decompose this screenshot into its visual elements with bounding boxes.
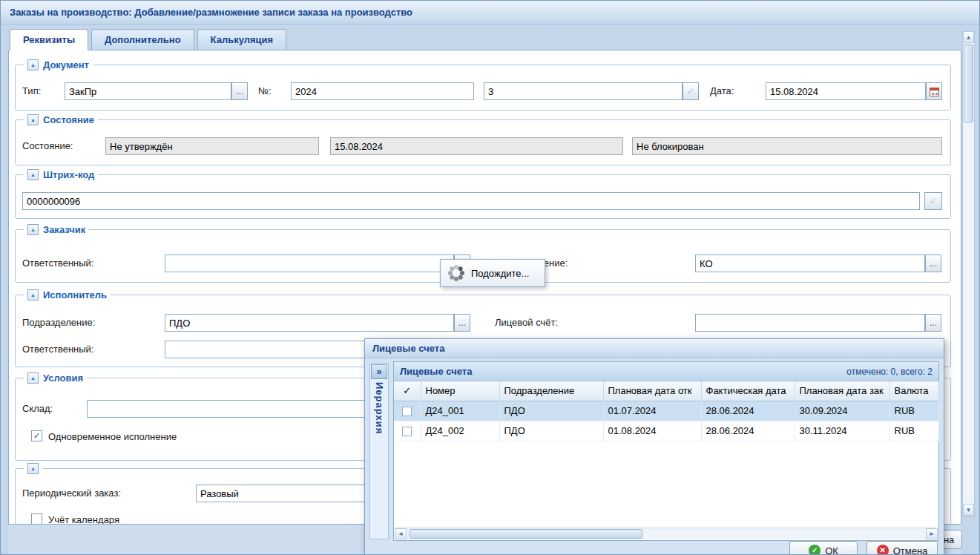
executor-division-input[interactable] [165, 314, 454, 332]
date-label: Дата: [710, 85, 734, 96]
row-checkbox[interactable] [402, 407, 412, 416]
status-lock-field [632, 137, 942, 155]
barcode-input[interactable] [22, 192, 920, 210]
table-row[interactable]: Д24_001 ПДО 01.07.2024 28.06.2024 30.09.… [394, 401, 938, 421]
collapse-icon: ▲ [30, 172, 36, 177]
ok-button[interactable]: ✓ ОК [789, 541, 858, 555]
tab-dopolnitelno[interactable]: Дополнительно [91, 29, 194, 50]
cell-currency: RUB [889, 421, 938, 441]
document-legend: ▲ Документ [24, 59, 93, 71]
collapse-customer-button[interactable]: ▲ [27, 224, 39, 235]
customer-responsible-input[interactable] [165, 254, 454, 272]
column-header-plan-close[interactable]: Плановая дата зак [795, 381, 889, 401]
executor-division-lookup-button[interactable]: ... [454, 314, 470, 332]
executor-division-label: Подразделение: [22, 317, 95, 328]
collapse-status-button[interactable]: ▲ [27, 114, 39, 125]
account-input[interactable] [695, 314, 925, 332]
table-header-row: ✓ Номер Подразделение Плановая дата отк … [394, 381, 938, 401]
scroll-right-icon[interactable]: ► [926, 528, 938, 539]
collapse-executor-button[interactable]: ▲ [27, 289, 39, 301]
hierarchy-label: Иерархия [374, 382, 385, 434]
collapse-conditions-button[interactable]: ▲ [27, 372, 39, 384]
column-header-currency[interactable]: Валюта [889, 381, 938, 401]
number-suffix-input[interactable] [484, 82, 683, 100]
collapse-barcode-button[interactable]: ▲ [27, 169, 39, 180]
horizontal-scrollbar[interactable]: ◄ ► [395, 528, 938, 539]
spinner-icon [448, 265, 464, 281]
status-date-field [330, 137, 623, 155]
executor-legend: ▲ Исполнитель [24, 289, 111, 301]
collapse-periodic-button[interactable]: ▲ [27, 463, 39, 474]
type-label: Тип: [22, 85, 41, 96]
calendar-checkbox[interactable] [31, 513, 42, 525]
customer-division-lookup-button[interactable]: ... [925, 254, 941, 272]
column-header-plan-open[interactable]: Плановая дата отк [603, 381, 701, 401]
check-icon: ✓ [930, 196, 937, 206]
section-title: Заказчик [43, 224, 85, 235]
accounts-dialog: Лицевые счета » Иерархия Лицевые счета о… [364, 338, 944, 555]
row-checkbox[interactable] [402, 427, 412, 436]
chevron-right-icon: » [376, 366, 381, 377]
table-row[interactable]: Д24_002 ПДО 01.08.2024 28.06.2024 30.11.… [394, 421, 938, 441]
ellipsis-icon: ... [236, 86, 243, 96]
cell-plan-open: 01.08.2024 [603, 421, 701, 441]
check-column-header[interactable]: ✓ [394, 381, 421, 401]
collapse-icon: ▲ [30, 466, 36, 471]
type-lookup-button[interactable]: ... [231, 82, 248, 100]
expand-hierarchy-button[interactable]: » [371, 364, 387, 379]
status-label: Состояние: [22, 140, 73, 151]
wait-text: Подождите... [471, 268, 529, 279]
type-input[interactable] [65, 82, 231, 100]
cell-number: Д24_002 [421, 421, 499, 441]
collapse-document-button[interactable]: ▲ [27, 59, 39, 70]
conditions-legend: ▲ Условия [24, 372, 87, 384]
collapse-icon: ▲ [30, 62, 36, 68]
ellipsis-icon: ... [930, 258, 937, 269]
section-title: Состояние [43, 114, 94, 125]
executor-responsible-label: Ответственный: [22, 344, 93, 355]
number-confirm-button[interactable]: ✓ [683, 82, 699, 100]
cell-plan-close: 30.11.2024 [795, 421, 889, 441]
vertical-scrollbar[interactable]: ▲ ▼ [962, 30, 975, 516]
periodic-legend: ▲ [24, 462, 42, 475]
tab-kalkulyaciya[interactable]: Калькуляция [197, 29, 287, 50]
scroll-up-icon[interactable]: ▲ [963, 31, 974, 43]
section-title: Штрих-код [43, 169, 94, 180]
collapse-icon: ▲ [30, 117, 36, 122]
vertical-scrollbar-thumb[interactable] [964, 45, 973, 122]
check-icon: ✓ [687, 86, 694, 96]
customer-legend: ▲ Заказчик [24, 223, 89, 236]
scroll-left-icon[interactable]: ◄ [395, 528, 407, 539]
column-header-division[interactable]: Подразделение [499, 381, 603, 401]
section-title: Условия [43, 372, 83, 384]
ok-icon: ✓ [809, 545, 820, 555]
accounts-panel: Лицевые счета отмечено: 0, всего: 2 ✓ Но… [393, 361, 939, 541]
number-input[interactable] [291, 82, 474, 100]
date-input[interactable] [766, 82, 926, 100]
horizontal-scrollbar-thumb[interactable] [410, 529, 642, 539]
customer-division-input[interactable] [695, 254, 925, 272]
panel-title: Лицевые счета [400, 366, 472, 377]
simultaneous-checkbox[interactable]: ✓ [31, 430, 42, 441]
date-picker-button[interactable] [926, 82, 942, 100]
barcode-legend: ▲ Штрих-код [24, 168, 98, 181]
account-label: Лицевой счёт: [495, 317, 558, 328]
accounts-table: ✓ Номер Подразделение Плановая дата отк … [394, 381, 939, 441]
cell-division: ПДО [499, 401, 603, 421]
account-lookup-button[interactable]: ... [925, 314, 941, 332]
checkmark-icon: ✓ [33, 431, 40, 440]
barcode-confirm-button[interactable]: ✓ [924, 192, 942, 210]
column-header-fact-date[interactable]: Фактическая дата [701, 381, 795, 401]
cell-plan-close: 30.09.2024 [795, 401, 889, 421]
cell-plan-open: 01.07.2024 [603, 401, 701, 421]
scroll-down-icon[interactable]: ▼ [963, 504, 974, 516]
cell-fact-date: 28.06.2024 [701, 401, 795, 421]
ok-label: ОК [825, 545, 838, 555]
cell-currency: RUB [889, 401, 938, 421]
tab-rekvizity[interactable]: Реквизиты [10, 29, 88, 50]
column-header-number[interactable]: Номер [421, 381, 499, 401]
customer-responsible-label: Ответственный: [22, 257, 93, 269]
cancel-button[interactable]: ✕ Отмена [866, 541, 938, 555]
collapse-icon: ▲ [30, 227, 36, 232]
cell-fact-date: 28.06.2024 [701, 421, 795, 441]
